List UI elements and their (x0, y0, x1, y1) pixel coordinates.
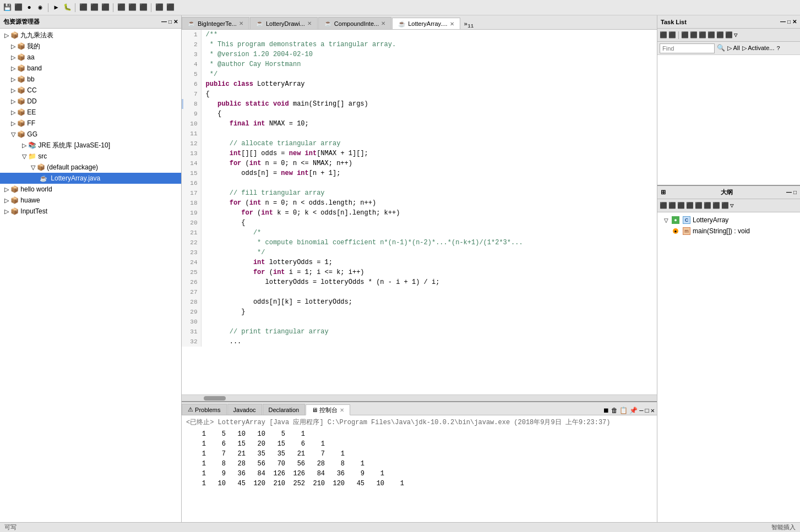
console-clear-icon[interactable]: 🗑 (611, 407, 618, 415)
task-toolbar-icon5[interactable]: ⬛ (699, 31, 706, 39)
code-content[interactable]: for (int n = 0; n < odds.length; n++) (201, 198, 657, 208)
outline-toolbar-icon6[interactable]: ⬛ (704, 202, 711, 209)
task-toolbar-icon6[interactable]: ⬛ (708, 31, 715, 39)
editor-scrollbar-h[interactable] (182, 394, 657, 401)
code-content[interactable]: /** (201, 30, 657, 40)
toolbar-icon8[interactable]: ⬛ (116, 3, 126, 13)
toolbar-icon2[interactable]: ⬛ (13, 3, 23, 13)
tab-lotterydrawing[interactable]: ☕ LotteryDrawi... ✕ (250, 17, 318, 29)
code-content[interactable]: int lotteryOdds = 1; (201, 257, 657, 267)
code-content[interactable]: // allocate triangular array (201, 139, 657, 149)
code-content[interactable]: // fill triangular array (201, 188, 657, 198)
code-content[interactable]: odds[n] = new int[n + 1]; (201, 168, 657, 178)
tree-item-aa[interactable]: ▷ 📦 aa (0, 52, 181, 63)
code-content[interactable]: for (int k = 0; k < odds[n].length; k++) (201, 208, 657, 218)
console-icon2[interactable]: 📋 (619, 407, 628, 415)
tree-item-default-pkg[interactable]: ▽ 📦 (default package) (0, 162, 181, 173)
tab-biginteger[interactable]: ☕ BigIntegerTe... ✕ (182, 17, 249, 29)
code-content[interactable]: } (201, 307, 657, 317)
task-toolbar-icon1[interactable]: ⬛ (660, 31, 667, 39)
tree-item-jiujiu[interactable]: ▷ 📦 九九乘法表 (0, 30, 181, 41)
code-content[interactable]: { (201, 89, 657, 99)
tab-close-compoundinterest[interactable]: ✕ (381, 20, 385, 26)
find-search-icon[interactable]: 🔍 (717, 44, 725, 52)
tab-console[interactable]: 🖥 控制台 ✕ (306, 404, 350, 415)
console-minimize-icon[interactable]: — (639, 407, 643, 415)
tree-item-DD[interactable]: ▷ 📦 DD (0, 96, 181, 107)
tab-lotteryarray[interactable]: ☕ LotteryArray.... ✕ (392, 18, 460, 30)
outline-item-main[interactable]: ● m main(String[]) : void (660, 226, 798, 237)
tab-close-lotteryarray[interactable]: ✕ (450, 21, 454, 27)
toolbar-icon9[interactable]: ⬛ (127, 3, 137, 13)
task-toolbar-icon4[interactable]: ⬛ (690, 31, 698, 39)
task-close-icon[interactable]: ✕ (792, 19, 797, 25)
code-content[interactable]: for (int i = 1; i <= k; i++) (201, 267, 657, 277)
tab-problems[interactable]: ⚠ Problems (182, 404, 227, 415)
code-content[interactable]: * This program demonstrates a triangular… (201, 40, 657, 50)
code-content[interactable]: * @version 1.20 2004-02-10 (201, 50, 657, 59)
task-maximize-icon[interactable]: □ (787, 19, 791, 25)
code-content[interactable]: public class LotteryArray (201, 79, 657, 89)
task-toolbar-icon3[interactable]: ⬛ (681, 31, 689, 39)
console-close-icon2[interactable]: ✕ (651, 407, 655, 415)
outline-toolbar-icon3[interactable]: ⬛ (677, 202, 685, 209)
outline-toolbar-icon8[interactable]: ⬛ (721, 202, 729, 209)
tree-item-jre[interactable]: ▷ 📚 JRE 系统库 [JavaSE-10] (0, 140, 181, 151)
code-content[interactable] (201, 287, 657, 297)
find-help-icon[interactable]: ? (776, 45, 780, 52)
toolbar-icon5[interactable]: ⬛ (78, 3, 88, 13)
code-content[interactable] (201, 317, 657, 327)
code-content[interactable]: odds[n][k] = lotteryOdds; (201, 297, 657, 307)
tree-item-band[interactable]: ▷ 📦 band (0, 63, 181, 74)
outline-toolbar-icon5[interactable]: ⬛ (695, 202, 703, 209)
code-content[interactable]: int[][] odds = new int[NMAX + 1][]; (201, 149, 657, 158)
console-close-icon[interactable]: ✕ (340, 407, 344, 413)
tree-item-CC[interactable]: ▷ 📦 CC (0, 85, 181, 96)
code-content[interactable]: */ (201, 69, 657, 79)
find-all-option[interactable]: ▷ All (727, 45, 740, 52)
toolbar-icon3[interactable]: ● (24, 3, 34, 13)
tab-close-biginteger[interactable]: ✕ (239, 20, 243, 26)
task-toolbar-icon9[interactable]: ▽ (734, 31, 738, 39)
toolbar-debug-icon[interactable]: 🐛 (62, 3, 72, 13)
tab-overflow[interactable]: »11 (461, 21, 477, 29)
tab-compoundinterest[interactable]: ☕ CompoundInte... ✕ (318, 17, 391, 29)
code-content[interactable]: * compute binomial coefficient n*(n-1)*(… (201, 238, 657, 248)
toolbar-save-icon[interactable]: 💾 (2, 3, 12, 13)
outline-toolbar-icon9[interactable]: ▽ (730, 202, 734, 209)
tree-item-inputtest[interactable]: ▷ 📦 InputTest (0, 206, 181, 217)
tree-item-FF[interactable]: ▷ 📦 FF (0, 118, 181, 129)
task-toolbar-icon2[interactable]: ⬛ (668, 31, 676, 39)
toolbar-icon7[interactable]: ⬛ (100, 3, 110, 13)
outline-item-lotteryarray[interactable]: ▽ ● C LotteryArray (660, 215, 798, 226)
task-toolbar-icon8[interactable]: ⬛ (725, 31, 733, 39)
code-content[interactable]: lotteryOdds = lotteryOdds * (n - i + 1) … (201, 277, 657, 287)
tab-declaration[interactable]: Declaration (263, 404, 306, 415)
tab-javadoc[interactable]: Javadoc (227, 404, 262, 415)
outline-minimize-icon[interactable]: — (786, 189, 792, 195)
code-content[interactable]: ... (201, 337, 657, 347)
console-maximize-icon[interactable]: □ (645, 407, 649, 415)
tree-item-src[interactable]: ▽ 📁 src (0, 151, 181, 162)
find-input[interactable] (660, 43, 715, 53)
code-content[interactable]: { (201, 109, 657, 119)
toolbar-icon12[interactable]: ⬛ (165, 3, 175, 13)
console-stop-icon[interactable]: ⏹ (603, 407, 609, 415)
code-content[interactable]: { (201, 218, 657, 228)
toolbar-run-icon[interactable]: ▶ (51, 3, 61, 13)
find-activate-option[interactable]: ▷ Activate... (742, 45, 775, 52)
tree-item-huawei[interactable]: ▷ 📦 huawe (0, 195, 181, 206)
tree-item-wode[interactable]: ▷ 📦 我的 (0, 41, 181, 52)
tree-item-EE[interactable]: ▷ 📦 EE (0, 107, 181, 118)
code-content[interactable]: */ (201, 248, 657, 257)
outline-toolbar-icon2[interactable]: ⬛ (668, 202, 676, 209)
tree-item-bb[interactable]: ▷ 📦 bb (0, 74, 181, 85)
panel-maximize-icon[interactable]: □ (168, 19, 172, 25)
code-content[interactable] (201, 178, 657, 188)
tree-item-lotteryarray[interactable]: ☕ LotteryArray.java (0, 173, 181, 184)
panel-close-icon[interactable]: ✕ (173, 19, 178, 25)
code-content[interactable]: public static void main(String[] args) (201, 99, 657, 109)
code-editor[interactable]: 1 /** 2 * This program demonstrates a tr… (182, 30, 657, 394)
code-content[interactable]: final int NMAX = 10; (201, 119, 657, 129)
code-content[interactable] (201, 129, 657, 139)
